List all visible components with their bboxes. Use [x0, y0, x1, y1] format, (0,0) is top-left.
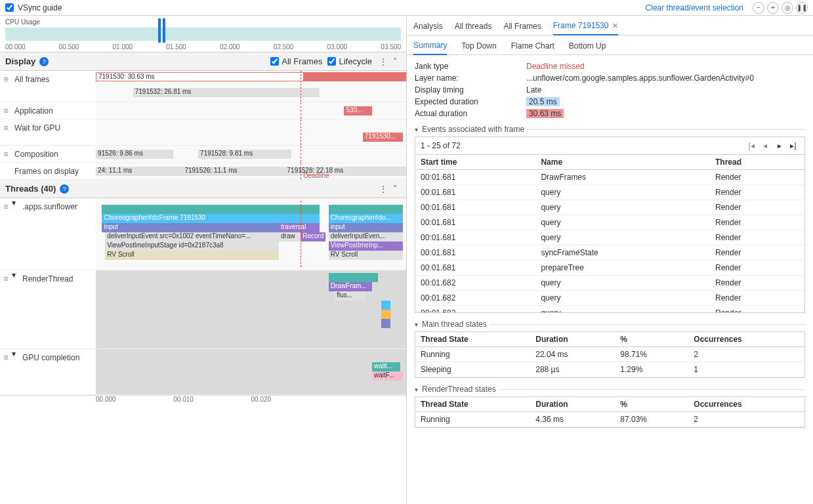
- collapse-icon[interactable]: ˄: [389, 56, 401, 68]
- main-states-table[interactable]: Thread State Duration % Occurrences Runn…: [415, 332, 804, 377]
- table-row[interactable]: Running4.36 ms87.03%2: [415, 412, 804, 427]
- pager-last-icon[interactable]: ▸|: [787, 141, 799, 150]
- segment[interactable]: 7191528: 9.81 ms: [198, 150, 291, 159]
- tab-analysis[interactable]: Analysis: [413, 22, 443, 35]
- pause-icon[interactable]: ❚❚: [796, 2, 808, 14]
- table-row[interactable]: 00:01.681DrawFramesRender: [415, 170, 804, 185]
- track-all-frames[interactable]: 7191530: 30.63 ms 7191532: 26.81 ms 00:0…: [96, 71, 406, 102]
- more-icon[interactable]: ⋮: [377, 56, 389, 68]
- table-row[interactable]: 00:01.681syncFrameStateRender: [415, 245, 804, 261]
- segment[interactable]: 24: 11.1 ms: [96, 167, 182, 176]
- jank-type-value: Deadline missed: [526, 62, 585, 71]
- vsync-checkbox[interactable]: [5, 3, 14, 12]
- collapse-icon[interactable]: ˄: [389, 183, 401, 195]
- segment[interactable]: 530...: [344, 106, 372, 116]
- clear-selection-link[interactable]: Clear thread/event selection: [646, 3, 743, 12]
- trace-event[interactable]: RV Scroll: [105, 251, 279, 260]
- events-table[interactable]: Start time Name Thread 00:01.681DrawFram…: [415, 155, 804, 312]
- vsync-label: VSync guide: [18, 3, 62, 12]
- more-icon[interactable]: ⋮: [377, 183, 389, 195]
- table-row[interactable]: 00:01.681queryRender: [415, 185, 804, 200]
- help-icon[interactable]: ?: [60, 184, 69, 194]
- trace-event[interactable]: waitF...: [372, 371, 403, 381]
- table-row[interactable]: 00:01.681prepareTreeRender: [415, 261, 804, 276]
- main-states-header[interactable]: Main thread states: [415, 320, 805, 329]
- table-row[interactable]: 00:01.682queryRender: [415, 291, 804, 306]
- tab-top-down[interactable]: Top Down: [461, 41, 496, 54]
- drag-handle-icon[interactable]: ≡: [0, 71, 12, 102]
- track-application[interactable]: 530...: [96, 102, 406, 119]
- pager-first-icon[interactable]: |◂: [745, 141, 757, 150]
- frame-selected[interactable]: 7191530: 30.63 ms: [96, 72, 304, 81]
- drag-handle-icon[interactable]: ≡: [0, 146, 12, 162]
- analysis-tabs: Analysis All threads All Frames Frame 71…: [407, 16, 813, 35]
- col-thread[interactable]: Thread: [710, 155, 804, 170]
- trace-event[interactable]: [381, 301, 390, 310]
- zoom-out-icon[interactable]: −: [753, 2, 764, 14]
- deadline-line: [301, 146, 301, 162]
- table-row[interactable]: Sleeping288 µs1.29%1: [415, 362, 804, 377]
- trace-event[interactable]: RV Scroll: [329, 251, 404, 260]
- col-start-time[interactable]: Start time: [415, 155, 535, 170]
- tab-all-threads[interactable]: All threads: [455, 22, 492, 35]
- lifecycle-toggle[interactable]: Lifecycle: [327, 56, 372, 66]
- tab-all-frames[interactable]: All Frames: [503, 22, 541, 35]
- cpu-usage-label: CPU Usage: [5, 18, 401, 26]
- render-states-table[interactable]: Thread State Duration % Occurrences Runn…: [415, 397, 804, 427]
- cpu-usage-track[interactable]: CPU Usage 00.000 00.500 01.000 01.500 02…: [0, 16, 406, 52]
- actual-duration-value: 30.63 ms: [526, 109, 564, 118]
- segment[interactable]: 7191530...: [363, 133, 403, 142]
- table-row[interactable]: Running22.04 ms98.71%2: [415, 347, 804, 362]
- drag-handle-icon[interactable]: ≡: [0, 102, 12, 119]
- pager-prev-icon[interactable]: ◂: [759, 141, 771, 150]
- track-frames-display[interactable]: 24: 11.1 ms 7191526: 11.1 ms 7191528: 22…: [96, 163, 406, 179]
- close-tab-icon[interactable]: ✕: [612, 22, 618, 30]
- trace-event[interactable]: [381, 310, 390, 319]
- render-states-header[interactable]: RenderThread states: [415, 385, 805, 394]
- track-app-thread[interactable]: Choreographer#doFrame 7191530Choreograph…: [96, 198, 406, 270]
- track-composition[interactable]: 91526: 9.86 ms 7191528: 9.81 ms: [96, 146, 406, 162]
- events-pager: |◂ ◂ ▸ ▸|: [745, 141, 799, 150]
- drag-handle-icon[interactable]: ≡: [0, 119, 12, 145]
- row-label-frames-display: Frames on display: [12, 163, 96, 179]
- chevron-down-icon: [415, 385, 418, 394]
- track-render-thread[interactable]: DrawFram... flus...: [96, 270, 406, 348]
- drag-handle-icon[interactable]: ≡: [0, 349, 12, 394]
- table-row[interactable]: 00:01.681queryRender: [415, 230, 804, 245]
- segment[interactable]: 91526: 9.86 ms: [96, 150, 173, 159]
- segment[interactable]: 7191526: 11.1 ms: [182, 167, 285, 176]
- zoom-fit-icon[interactable]: ◎: [782, 2, 793, 14]
- tab-bottom-up[interactable]: Bottom Up: [569, 41, 606, 54]
- layer-name-value: ...unflower/com.google.samples.apps.sunf…: [526, 74, 754, 83]
- help-icon[interactable]: ?: [39, 57, 49, 66]
- all-frames-toggle[interactable]: All Frames: [270, 56, 322, 66]
- trace-event[interactable]: waiti...: [372, 362, 400, 371]
- table-row[interactable]: 00:01.681queryRender: [415, 215, 804, 230]
- pager-next-icon[interactable]: ▸: [774, 141, 785, 150]
- tab-flame-chart[interactable]: Flame Chart: [511, 41, 554, 54]
- table-row[interactable]: 00:01.682queryRender: [415, 276, 804, 291]
- tab-summary[interactable]: Summary: [413, 41, 447, 55]
- trace-event[interactable]: [381, 319, 390, 328]
- track-wait-gpu[interactable]: 7191530...: [96, 119, 406, 145]
- table-row[interactable]: 00:01.682queryRender: [415, 306, 804, 313]
- col-name[interactable]: Name: [535, 155, 710, 170]
- frame-sub[interactable]: 7191532: 26.81 ms: [133, 88, 320, 97]
- expand-thread-icon[interactable]: ▾: [12, 270, 20, 348]
- track-gpu-completion[interactable]: waiti... waitF...: [96, 349, 406, 394]
- expand-thread-icon[interactable]: ▾: [12, 349, 20, 394]
- cpu-marker: [158, 18, 161, 43]
- trace-event[interactable]: [329, 273, 379, 282]
- drag-handle-icon[interactable]: ≡: [0, 270, 12, 348]
- table-row[interactable]: 00:01.681queryRender: [415, 200, 804, 215]
- zoom-in-icon[interactable]: +: [767, 2, 779, 14]
- events-section-header[interactable]: Events associated with frame: [415, 125, 805, 134]
- trace-event[interactable]: flus...: [335, 291, 365, 301]
- vsync-guide-toggle[interactable]: VSync guide: [5, 3, 62, 12]
- tab-frame[interactable]: Frame 7191530✕: [553, 21, 619, 35]
- expand-thread-icon[interactable]: ▾: [12, 198, 20, 270]
- trace-event[interactable]: DrawFram...: [329, 282, 372, 291]
- frame-overrun[interactable]: [304, 72, 406, 81]
- drag-handle-icon[interactable]: ≡: [0, 198, 12, 270]
- chevron-down-icon: [415, 320, 418, 329]
